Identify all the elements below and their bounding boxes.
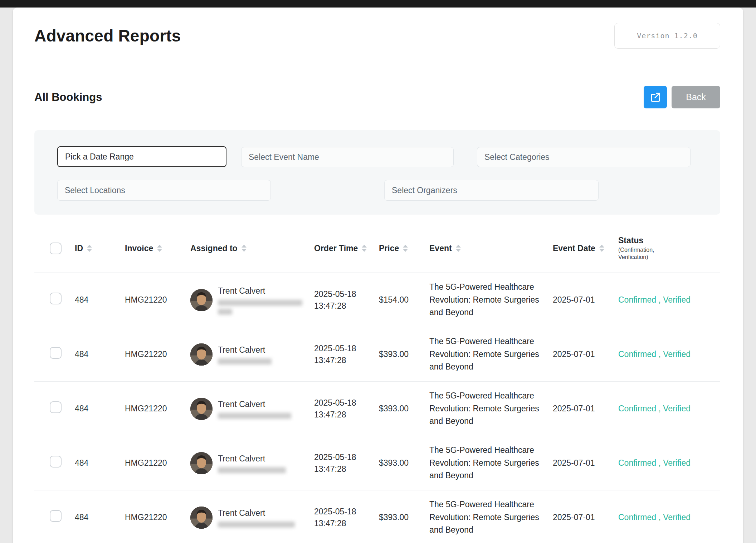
sort-icon[interactable] [87, 245, 92, 252]
avatar [190, 289, 213, 311]
sort-icon[interactable] [362, 245, 367, 252]
column-header-event[interactable]: Event [429, 244, 553, 253]
status-note-line-2: Verification) [618, 254, 720, 261]
table-row: 484 HMG21220 Trent Calvert 2025-05-18 13… [34, 490, 720, 543]
assignee-name: Trent Calvert [218, 507, 295, 519]
sort-icon[interactable] [242, 245, 247, 252]
avatar-photo [190, 289, 213, 311]
avatar [190, 507, 213, 529]
redacted-text [218, 358, 272, 365]
column-header-assigned-to[interactable]: Assigned to [190, 244, 314, 253]
section-title: All Bookings [34, 91, 102, 104]
column-label-id: ID [75, 244, 83, 253]
column-header-event-date[interactable]: Event Date [553, 244, 618, 253]
column-header-invoice[interactable]: Invoice [125, 244, 190, 253]
cell-id: 484 [75, 294, 125, 305]
section-row: All Bookings Back [13, 64, 743, 130]
redacted-text [218, 413, 291, 419]
cell-status: Confirmed , Verified [618, 348, 720, 360]
cell-invoice: HMG21220 [125, 457, 190, 469]
filters-panel [34, 130, 720, 215]
row-checkbox[interactable] [50, 456, 62, 468]
row-select-cell [34, 347, 75, 362]
cell-event: The 5G-Powered Healthcare Revolution: Re… [429, 335, 553, 373]
row-select-cell [34, 456, 75, 470]
column-label-assigned-to: Assigned to [190, 244, 238, 253]
row-checkbox[interactable] [50, 510, 62, 522]
locations-select[interactable] [57, 180, 271, 201]
cell-order-time: 2025-05-18 13:47:28 [314, 451, 379, 474]
share-export-icon [649, 91, 662, 103]
cell-order-time: 2025-05-18 13:47:28 [314, 343, 379, 366]
cell-event: The 5G-Powered Healthcare Revolution: Re… [429, 444, 553, 482]
cell-event: The 5G-Powered Healthcare Revolution: Re… [429, 390, 553, 428]
column-header-id[interactable]: ID [75, 244, 125, 253]
avatar-photo [190, 343, 213, 366]
row-checkbox[interactable] [50, 347, 62, 359]
assignee-name: Trent Calvert [218, 285, 302, 297]
cell-assigned-to: Trent Calvert [190, 452, 314, 474]
sort-icon[interactable] [403, 245, 408, 252]
cell-price: $393.00 [379, 512, 429, 523]
top-chrome [0, 0, 756, 8]
cell-price: $154.00 [379, 294, 429, 305]
column-label-invoice: Invoice [125, 244, 153, 253]
avatar-photo [190, 452, 213, 474]
table-row: 484 HMG21220 Trent Calvert 2025-05-18 13… [34, 327, 720, 382]
back-button[interactable]: Back [672, 86, 720, 108]
column-header-price[interactable]: Price [379, 244, 429, 253]
column-label-status: Status [618, 236, 720, 245]
page-header: Advanced Reports Version 1.2.0 [13, 8, 743, 64]
select-all-cell [34, 243, 75, 254]
cell-assigned-to: Trent Calvert [190, 285, 314, 314]
assignee-info: Trent Calvert [218, 398, 291, 419]
cell-price: $393.00 [379, 403, 429, 414]
cell-invoice: HMG21220 [125, 403, 190, 414]
cell-price: $393.00 [379, 348, 429, 360]
cell-id: 484 [75, 348, 125, 360]
cell-status: Confirmed , Verified [618, 457, 720, 469]
event-name-select[interactable] [241, 147, 454, 167]
row-select-cell [34, 293, 75, 307]
assignee-info: Trent Calvert [218, 507, 295, 528]
assignee-name: Trent Calvert [218, 398, 291, 410]
column-label-event: Event [429, 244, 452, 253]
cell-invoice: HMG21220 [125, 512, 190, 523]
cell-id: 484 [75, 403, 125, 414]
cell-assigned-to: Trent Calvert [190, 343, 314, 366]
cell-order-time: 2025-05-18 13:47:28 [314, 397, 379, 420]
row-checkbox[interactable] [50, 293, 62, 304]
sort-icon[interactable] [157, 245, 162, 252]
cell-event: The 5G-Powered Healthcare Revolution: Re… [429, 281, 553, 319]
column-header-status: Status (Confirmation, Verification) [618, 236, 720, 261]
export-button[interactable] [644, 86, 667, 108]
cell-status: Confirmed , Verified [618, 512, 720, 523]
version-badge: Version 1.2.0 [614, 23, 720, 49]
table-row: 484 HMG21220 Trent Calvert 2025-05-18 13… [34, 382, 720, 436]
column-label-event-date: Event Date [553, 244, 595, 253]
sort-icon[interactable] [456, 245, 461, 252]
main-card: Advanced Reports Version 1.2.0 All Booki… [13, 8, 743, 543]
avatar [190, 398, 213, 420]
assignee-name: Trent Calvert [218, 344, 272, 356]
row-checkbox[interactable] [50, 401, 62, 413]
cell-assigned-to: Trent Calvert [190, 507, 314, 529]
redacted-text [218, 300, 302, 315]
status-note-line-1: (Confirmation, [618, 246, 720, 254]
cell-event-date: 2025-07-01 [553, 512, 618, 523]
assignee-info: Trent Calvert [218, 453, 286, 473]
organizers-select[interactable] [384, 180, 599, 201]
page-title: Advanced Reports [34, 26, 181, 45]
row-select-cell [34, 510, 75, 525]
select-all-checkbox[interactable] [50, 243, 62, 254]
date-range-input[interactable] [57, 146, 226, 167]
header-actions: Back [644, 86, 720, 108]
categories-select[interactable] [477, 147, 691, 167]
table-header-row: ID Invoice Assigned to Order Time Price … [34, 224, 720, 273]
cell-id: 484 [75, 512, 125, 523]
cell-event-date: 2025-07-01 [553, 348, 618, 360]
sort-icon[interactable] [599, 245, 604, 252]
column-header-order-time[interactable]: Order Time [314, 244, 379, 253]
cell-assigned-to: Trent Calvert [190, 398, 314, 420]
bookings-table: ID Invoice Assigned to Order Time Price … [34, 224, 720, 543]
